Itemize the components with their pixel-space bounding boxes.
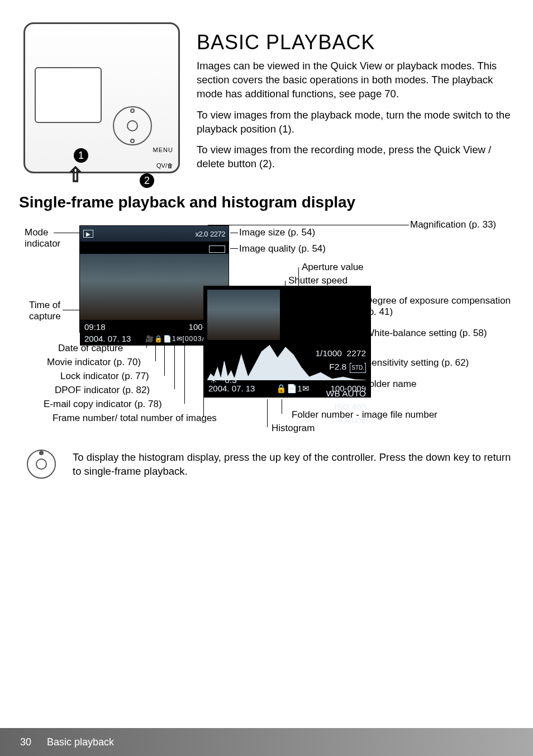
label-histogram: Histogram xyxy=(272,423,315,434)
label-image-quality: Image quality (p. 54) xyxy=(239,243,326,254)
menu-button-label: MENU xyxy=(153,147,173,153)
footer-section: Basic playback xyxy=(47,736,114,748)
page-footer: 30 Basic playback xyxy=(0,728,533,756)
camera-back-illustration: MENU QV/🗑 1 2 ⇧ xyxy=(18,17,185,179)
label-email-indicator: E-mail copy indicator (p. 78) xyxy=(44,399,162,410)
label-magnification: Magnification (p. 33) xyxy=(410,219,496,230)
label-shutter: Shutter speed xyxy=(288,275,348,286)
label-folder-number: Folder number - image file number xyxy=(292,409,437,420)
histogram-instructions: To display the histogram display, press … xyxy=(73,451,514,479)
lcd2-icons: 🔒📄1✉ xyxy=(276,384,309,394)
lcd1-time: 09:18 xyxy=(84,322,106,332)
label-aperture: Aperture value xyxy=(302,262,364,273)
lcd1-image-quality: STD. xyxy=(209,245,225,253)
lcd1-image-size: 2272 xyxy=(210,230,225,238)
label-movie-indicator: Movie indicator (p. 70) xyxy=(47,357,141,368)
subheading: Single-frame playback and histogram disp… xyxy=(19,193,355,211)
label-mode-indicator-1: Mode xyxy=(25,227,49,238)
callout-2: 2 xyxy=(140,173,154,188)
label-time-2: capture xyxy=(29,311,61,322)
controller-icon xyxy=(19,447,64,481)
lcd2-folder-file: 100-0009 xyxy=(331,384,366,394)
label-exposure-comp: Degree of exposure compensation (p. 41) xyxy=(365,295,511,318)
label-lock-indicator: Lock indicator (p. 77) xyxy=(60,371,149,382)
lcd2-date: 2004. 07. 13 xyxy=(208,384,255,394)
label-folder-name: Folder name xyxy=(363,379,416,390)
controller-dpad xyxy=(113,106,152,145)
intro-paragraph-3: To view images from the recording mode, … xyxy=(197,143,521,171)
label-dpof-indicator: DPOF indicator (p. 82) xyxy=(55,385,150,396)
label-mode-indicator-2: indicator xyxy=(25,238,60,249)
intro-paragraph-2: To view images from the playback mode, t… xyxy=(197,108,521,136)
label-iso: Sensitivity setting (p. 62) xyxy=(365,357,469,368)
label-time-1: Time of xyxy=(29,300,60,311)
page-title: BASIC PLAYBACK xyxy=(197,31,375,54)
qv-delete-button-label: QV/🗑 xyxy=(156,162,173,169)
page-number: 30 xyxy=(20,736,31,748)
camera-lcd-outline xyxy=(35,67,102,123)
label-image-size: Image size (p. 54) xyxy=(239,227,315,238)
callout-1: 1 xyxy=(74,148,88,163)
intro-paragraph-1: Images can be viewed in the Quick View o… xyxy=(197,59,521,101)
arrow-up-icon: ⇧ xyxy=(67,163,84,187)
label-frame-number: Frame number/ total number of images xyxy=(53,413,217,424)
lcd1-magnification: x2.0 xyxy=(196,230,208,238)
lcd1-date: 2004. 07. 13 xyxy=(84,334,131,343)
label-white-balance: White-balance setting (p. 58) xyxy=(365,328,487,339)
lcd-histogram: 1/1000 2272 F2.8STD. ☀ −0.3 WB AUTO ISO … xyxy=(203,286,371,398)
lcd2-thumbnail xyxy=(207,290,280,340)
histogram-plot xyxy=(207,342,366,380)
playback-mode-icon: ▶ xyxy=(83,230,93,238)
playback-diagram: Mode indicator Time of capture Date of c… xyxy=(19,217,514,435)
